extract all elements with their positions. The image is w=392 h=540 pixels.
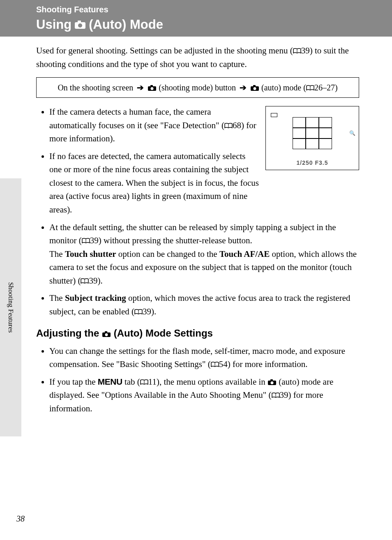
book-icon xyxy=(134,305,143,311)
side-tab: Shooting Features xyxy=(0,178,21,436)
focus-grid xyxy=(293,117,332,149)
sub-heading: Adjusting the (Auto) Mode Settings xyxy=(36,325,359,341)
navigation-box: On the shooting screen ➔ (shooting mode)… xyxy=(36,77,359,98)
text: option can be changed to the xyxy=(116,249,219,259)
svg-point-6 xyxy=(151,87,154,90)
svg-rect-5 xyxy=(150,85,153,87)
book-icon xyxy=(211,358,219,364)
nav-text-3: (auto) mode ( xyxy=(261,83,306,92)
subheading-post: (Auto) Mode Settings xyxy=(111,328,213,339)
bullets-group-1: If the camera detects a human face, the … xyxy=(36,105,259,220)
text: tab ( xyxy=(122,377,140,387)
bullet-menu-tab: If you tap the MENU tab (11), the menu o… xyxy=(49,375,359,415)
intro-text-1: Used for general shooting. Settings can … xyxy=(36,46,293,55)
camera-icon xyxy=(148,83,157,89)
bullet-basic-settings: You can change the settings for the flas… xyxy=(49,344,359,371)
title-suffix: (Auto) Mode xyxy=(89,18,163,32)
camera-icon xyxy=(267,376,277,383)
text: 11), the menu options available in xyxy=(148,377,267,387)
page-content: Used for general shooting. Settings can … xyxy=(0,37,392,415)
bullets-with-figure: If the camera detects a human face, the … xyxy=(36,105,359,220)
zoom-icon: 🔍 xyxy=(349,129,355,137)
book-icon xyxy=(272,389,280,395)
svg-point-9 xyxy=(254,87,256,90)
book-icon xyxy=(82,234,90,240)
arrow-icon: ➔ xyxy=(240,82,247,93)
bold-subject-tracking: Subject tracking xyxy=(65,293,126,303)
nav-text-1: On the shooting screen xyxy=(58,83,135,92)
book-icon xyxy=(81,275,89,280)
svg-point-2 xyxy=(78,23,82,28)
section-heading: Shooting Features xyxy=(0,0,392,16)
text: 39) without pressing the shutter-release… xyxy=(90,235,252,245)
bullet-nine-areas: If no faces are detected, the camera aut… xyxy=(49,150,259,217)
svg-rect-8 xyxy=(253,85,256,87)
camera-icon xyxy=(74,20,86,29)
page-header: Shooting Features Using (Auto) Mode xyxy=(0,0,392,37)
svg-rect-1 xyxy=(78,21,81,23)
bullets-group-3: You can change the settings for the flas… xyxy=(36,344,359,415)
page-number: 38 xyxy=(16,514,25,524)
text: The xyxy=(49,293,65,303)
svg-point-17 xyxy=(105,333,108,336)
intro-paragraph: Used for general shooting. Settings can … xyxy=(36,44,359,71)
side-tab-label: Shooting Features xyxy=(7,282,15,332)
text: 39). xyxy=(143,307,156,316)
text: 39). xyxy=(89,276,102,286)
camera-icon xyxy=(250,83,259,89)
book-icon xyxy=(306,82,314,88)
subheading-pre: Adjusting the xyxy=(36,328,102,339)
book-icon xyxy=(224,119,233,125)
svg-point-22 xyxy=(271,381,274,384)
camera-icon xyxy=(102,326,111,333)
bullet-touch-shutter: At the default setting, the shutter can … xyxy=(49,221,359,288)
text: The xyxy=(49,249,65,259)
bullet-subject-tracking: The Subject tracking option, which moves… xyxy=(49,291,359,318)
bold-touch-shutter: Touch shutter xyxy=(65,249,116,259)
manual-page: Shooting Features Using (Auto) Mode Used… xyxy=(0,0,392,540)
text: If you tap the xyxy=(49,377,98,387)
book-icon xyxy=(293,44,301,50)
menu-label: MENU xyxy=(98,377,122,386)
arrow-icon: ➔ xyxy=(137,82,144,93)
title-prefix: Using xyxy=(36,18,71,32)
bullets-group-2: At the default setting, the shutter can … xyxy=(36,221,359,318)
nav-text-2: (shooting mode) button xyxy=(159,83,238,92)
svg-rect-21 xyxy=(270,379,273,381)
page-title: Using (Auto) Mode xyxy=(0,16,392,37)
book-icon xyxy=(140,376,148,381)
viewfinder-readout: 1/250 F3.5 xyxy=(266,159,359,168)
viewfinder-figure: 🔍 1/250 F3.5 xyxy=(265,106,359,170)
bullet-text: If the camera detects a human face, the … xyxy=(49,107,224,130)
svg-rect-16 xyxy=(105,331,107,333)
text: 54) for more information. xyxy=(219,359,308,369)
battery-icon xyxy=(271,113,277,117)
nav-ref: 26–27) xyxy=(314,83,338,92)
bullet-face-detect: If the camera detects a human face, the … xyxy=(49,105,259,145)
bold-touch-afae: Touch AF/AE xyxy=(219,249,270,259)
